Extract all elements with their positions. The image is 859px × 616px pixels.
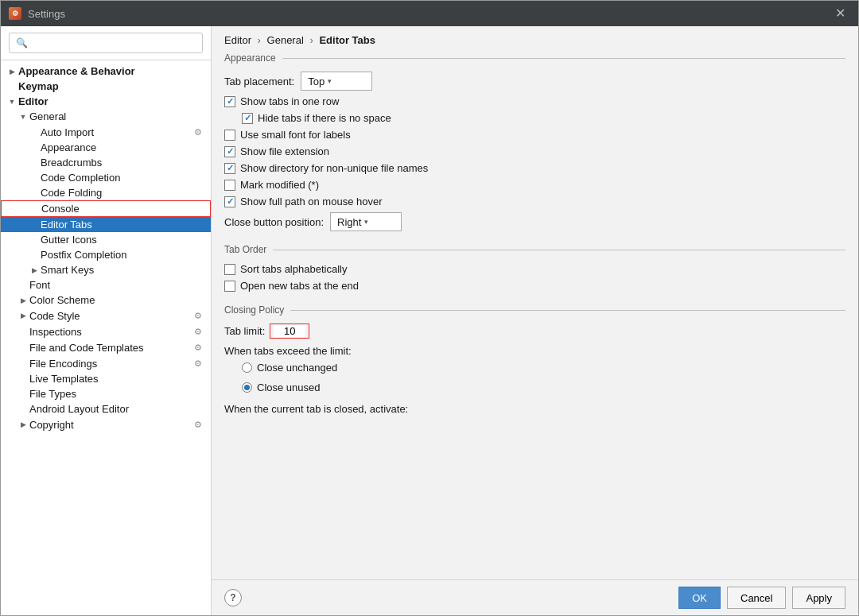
small-font-label[interactable]: Use small font for labels xyxy=(224,129,351,141)
settings-icon: ⚙ xyxy=(192,357,204,370)
mark-modified-label[interactable]: Mark modified (*) xyxy=(224,179,319,191)
titlebar-title: Settings xyxy=(28,8,65,20)
sidebar-item-file-types[interactable]: File Types xyxy=(1,386,211,401)
hide-tabs-label[interactable]: Hide tabs if there is no space xyxy=(242,112,391,124)
appearance-section: Appearance Tab placement: Top ▾ S xyxy=(224,52,845,231)
search-input[interactable] xyxy=(9,33,203,53)
breadcrumb: Editor › General › Editor Tabs xyxy=(212,26,858,52)
sidebar-item-label: File Encodings xyxy=(29,358,97,370)
show-full-path-row: Show full path on mouse hover xyxy=(224,196,845,207)
show-tabs-label[interactable]: Show tabs in one row xyxy=(224,95,339,107)
close-unused-label[interactable]: Close unused xyxy=(242,382,321,393)
closing-policy-header: Closing Policy xyxy=(224,304,845,316)
tab-placement-label: Tab placement: xyxy=(224,76,294,87)
show-full-path-checkbox[interactable] xyxy=(224,196,235,207)
mark-modified-row: Mark modified (*) xyxy=(224,179,845,191)
breadcrumb-general: General xyxy=(267,34,304,46)
appearance-section-header: Appearance xyxy=(224,52,845,64)
sidebar-item-copyright[interactable]: ▶Copyright⚙ xyxy=(1,416,211,432)
close-unused-radio[interactable] xyxy=(242,382,252,393)
ok-button[interactable]: OK xyxy=(678,587,721,609)
sidebar-item-label: Breadcrumbs xyxy=(41,157,102,169)
sort-alphabetically-label[interactable]: Sort tabs alphabetically xyxy=(224,263,347,275)
chevron-icon: ▶ xyxy=(18,420,28,429)
close-button-row: Close button position: Right ▾ xyxy=(224,212,845,231)
show-directory-label[interactable]: Show directory for non-unique file names xyxy=(224,162,428,174)
hide-tabs-checkbox[interactable] xyxy=(242,113,253,124)
sidebar-item-console[interactable]: Console xyxy=(1,200,211,217)
sort-alphabetically-row: Sort tabs alphabetically xyxy=(224,263,845,275)
sidebar-item-auto-import[interactable]: Auto Import⚙ xyxy=(1,124,211,140)
bottom-bar: ? OK Cancel Apply xyxy=(212,579,858,615)
sidebar-item-label: Auto Import xyxy=(41,126,94,138)
sidebar-item-editor[interactable]: ▼Editor xyxy=(1,94,211,109)
sidebar-item-postfix-completion[interactable]: Postfix Completion xyxy=(1,247,211,262)
sidebar-item-inspections[interactable]: Inspections⚙ xyxy=(1,323,211,339)
sidebar-item-editor-tabs[interactable]: Editor Tabs xyxy=(1,217,211,232)
settings-icon: ⚙ xyxy=(192,309,204,322)
show-directory-text: Show directory for non-unique file names xyxy=(240,162,428,174)
sidebar-item-code-style[interactable]: ▶Code Style⚙ xyxy=(1,308,211,323)
mark-modified-checkbox[interactable] xyxy=(224,180,235,191)
show-extension-text: Show file extension xyxy=(240,145,329,157)
help-button[interactable]: ? xyxy=(224,589,242,606)
sidebar-item-gutter-icons[interactable]: Gutter Icons xyxy=(1,232,211,247)
close-unchanged-label[interactable]: Close unchanged xyxy=(242,362,337,374)
sidebar-item-smart-keys[interactable]: ▶Smart Keys xyxy=(1,262,211,277)
show-directory-checkbox[interactable] xyxy=(224,163,235,174)
sidebar-item-label: Editor Tabs xyxy=(41,219,92,231)
show-extension-row: Show file extension xyxy=(224,145,845,157)
when-exceed-text: When tabs exceed the limit: xyxy=(224,345,352,357)
sidebar-item-breadcrumbs[interactable]: Breadcrumbs xyxy=(1,155,211,170)
sidebar-item-color-scheme[interactable]: ▶Color Scheme xyxy=(1,293,211,308)
sidebar-item-appearance[interactable]: Appearance xyxy=(1,140,211,155)
chevron-down-icon-2: ▾ xyxy=(364,218,368,226)
open-new-end-label[interactable]: Open new tabs at the end xyxy=(224,280,359,292)
sidebar-item-code-folding[interactable]: Code Folding xyxy=(1,185,211,200)
sidebar-item-general[interactable]: ▼General xyxy=(1,109,211,124)
show-extension-label[interactable]: Show file extension xyxy=(224,145,329,157)
sidebar-item-android-layout-editor[interactable]: Android Layout Editor xyxy=(1,401,211,416)
sidebar-item-label: Code Style xyxy=(29,310,80,322)
small-font-checkbox[interactable] xyxy=(224,130,235,141)
close-button[interactable]: ✕ xyxy=(830,6,850,21)
open-new-end-checkbox[interactable] xyxy=(224,281,235,292)
close-button-value: Right xyxy=(337,216,361,228)
tab-placement-dropdown[interactable]: Top ▾ xyxy=(301,72,372,91)
apply-button[interactable]: Apply xyxy=(792,587,845,609)
close-unchanged-radio[interactable] xyxy=(242,362,252,373)
tab-limit-input[interactable] xyxy=(274,325,305,337)
show-extension-checkbox[interactable] xyxy=(224,146,235,157)
chevron-down-icon: ▾ xyxy=(328,77,332,85)
titlebar: ⚙ Settings ✕ xyxy=(1,1,858,26)
sidebar-item-label: Postfix Completion xyxy=(41,249,126,261)
sidebar-item-appearance-behavior[interactable]: ▶Appearance & Behavior xyxy=(1,64,211,79)
sidebar-item-label: General xyxy=(29,110,66,122)
tree: ▶Appearance & BehaviorKeymap▼Editor▼Gene… xyxy=(1,60,211,615)
tab-order-divider xyxy=(273,250,845,250)
cancel-button[interactable]: Cancel xyxy=(727,587,786,609)
sidebar-item-label: Code Folding xyxy=(41,187,102,199)
close-unchanged-row: Close unchanged xyxy=(224,362,845,377)
show-tabs-checkbox[interactable] xyxy=(224,96,235,107)
sidebar-item-live-templates[interactable]: Live Templates xyxy=(1,371,211,386)
close-button-dropdown[interactable]: Right ▾ xyxy=(330,212,402,231)
sidebar-item-keymap[interactable]: Keymap xyxy=(1,79,211,94)
window-body: ▶Appearance & BehaviorKeymap▼Editor▼Gene… xyxy=(1,26,858,615)
chevron-icon: ▶ xyxy=(18,296,28,305)
sidebar-item-code-completion[interactable]: Code Completion xyxy=(1,170,211,185)
sidebar-item-file-encodings[interactable]: File Encodings⚙ xyxy=(1,355,211,371)
settings-icon: ⚙ xyxy=(192,418,204,431)
content-area: Appearance Tab placement: Top ▾ S xyxy=(212,52,858,579)
sort-alphabetically-text: Sort tabs alphabetically xyxy=(240,263,347,275)
sidebar-item-label: Appearance & Behavior xyxy=(18,65,135,77)
show-full-path-label[interactable]: Show full path on mouse hover xyxy=(224,196,383,207)
tab-order-header: Tab Order xyxy=(224,244,845,255)
sidebar-item-font[interactable]: Font xyxy=(1,277,211,293)
action-buttons: OK Cancel Apply xyxy=(678,587,845,609)
sidebar-item-label: File Types xyxy=(29,388,76,400)
sidebar-item-file-code-templates[interactable]: File and Code Templates⚙ xyxy=(1,339,211,355)
sidebar-item-label: Editor xyxy=(18,95,49,107)
appearance-title: Appearance xyxy=(224,52,276,64)
sort-alphabetically-checkbox[interactable] xyxy=(224,264,235,275)
